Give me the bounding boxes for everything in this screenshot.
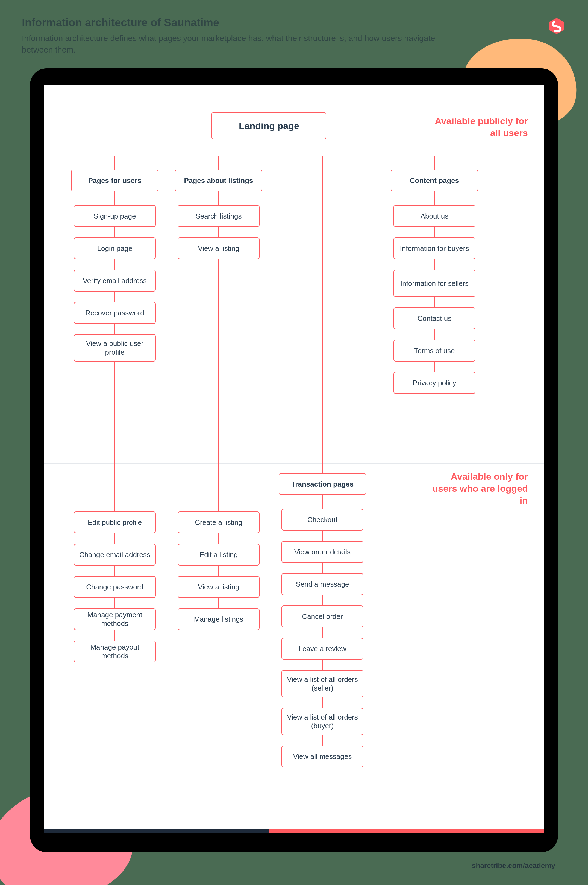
section-divider — [44, 463, 544, 464]
node-users-public-0: Sign-up page — [74, 205, 156, 227]
node-users-public-2: Verify email address — [74, 269, 156, 292]
tablet-screen: Available publicly for all users Availab… — [44, 85, 544, 833]
node-transactions-private-0: Checkout — [281, 509, 363, 531]
footer-url: sharetribe.com/academy — [472, 861, 555, 870]
node-header-listings: Pages about listings — [175, 170, 262, 191]
node-listings-private-2: View a listing — [178, 576, 260, 598]
node-users-public-4: View a public user profile — [74, 334, 156, 361]
node-transactions-private-7: View all messages — [281, 745, 363, 768]
node-transactions-private-2: Send a message — [281, 573, 363, 595]
node-transactions-private-3: Cancel order — [281, 605, 363, 628]
node-listings-private-0: Create a listing — [178, 512, 260, 533]
node-header-transactions: Transaction pages — [279, 473, 366, 495]
node-transactions-private-4: Leave a review — [281, 638, 363, 660]
node-transactions-private-5: View a list of all orders (seller) — [281, 670, 363, 697]
node-landing-page: Landing page — [212, 112, 326, 140]
node-users-private-2: Change password — [74, 576, 156, 598]
node-users-public-1: Login page — [74, 237, 156, 259]
page-subtitle: Information architecture defines what pa… — [22, 33, 459, 56]
node-listings-public-0: Search listings — [178, 205, 260, 227]
label-public-section: Available publicly for all users — [424, 115, 528, 139]
node-users-private-0: Edit public profile — [74, 512, 156, 533]
node-listings-private-3: Manage listings — [178, 608, 260, 630]
tablet-frame: Available publicly for all users Availab… — [30, 68, 558, 852]
node-content-public-3: Contact us — [393, 307, 476, 329]
label-loggedin-section: Available only for users who are logged … — [424, 470, 528, 507]
node-content-public-0: About us — [393, 205, 476, 227]
bottom-accent-bar — [44, 829, 544, 833]
node-header-users: Pages for users — [71, 170, 159, 191]
page-header: Information architecture of Saunatime In… — [0, 0, 588, 64]
node-users-private-3: Manage payment methods — [74, 608, 156, 630]
node-content-public-1: Information for buyers — [393, 237, 476, 259]
node-transactions-private-1: View order details — [281, 541, 363, 563]
node-transactions-private-6: View a list of all orders (buyer) — [281, 708, 363, 735]
node-users-public-3: Recover password — [74, 302, 156, 324]
node-listings-public-1: View a listing — [178, 237, 260, 259]
node-users-private-4: Manage payout methods — [74, 641, 156, 662]
page-title: Information architecture of Saunatime — [22, 17, 566, 29]
node-content-public-2: Information for sellers — [393, 269, 476, 297]
node-header-content: Content pages — [391, 170, 478, 191]
sharetribe-logo-icon — [547, 17, 566, 36]
node-content-public-5: Privacy policy — [393, 372, 476, 394]
node-users-private-1: Change email address — [74, 544, 156, 566]
node-listings-private-1: Edit a listing — [178, 544, 260, 566]
node-content-public-4: Terms of use — [393, 340, 476, 361]
